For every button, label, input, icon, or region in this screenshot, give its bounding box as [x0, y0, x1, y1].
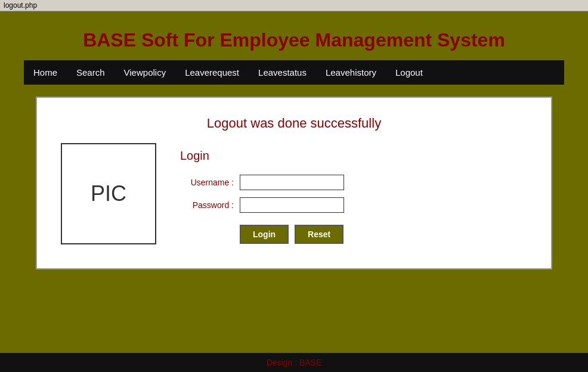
login-form-area: Login Username : Password : Login Reset [180, 143, 527, 244]
nav-item-leavestatus[interactable]: Leavestatus [249, 60, 316, 85]
nav-item-logout[interactable]: Logout [386, 60, 432, 85]
password-row: Password : [180, 197, 527, 213]
username-label: Username : [180, 178, 234, 187]
login-heading: Login [180, 149, 527, 163]
buttons-row: Login Reset [180, 225, 527, 244]
nav-item-home[interactable]: Home [24, 60, 67, 85]
password-label: Password : [180, 200, 234, 210]
nav-bar: HomeSearchViewpolicyLeaverequestLeavesta… [24, 60, 564, 85]
nav-item-search[interactable]: Search [67, 60, 114, 85]
username-input[interactable] [240, 175, 344, 190]
password-input[interactable] [240, 197, 344, 213]
app-wrapper: BASE Soft For Employee Management System… [0, 11, 588, 372]
footer: Design : BASE [0, 353, 588, 372]
login-button[interactable]: Login [240, 225, 289, 244]
nav-item-viewpolicy[interactable]: Viewpolicy [114, 60, 176, 85]
main-card: Logout was done successfully PIC Login U… [36, 97, 552, 269]
page-title: BASE Soft For Employee Management System [24, 17, 564, 60]
pic-box: PIC [61, 143, 156, 244]
browser-tab: logout.php [0, 0, 588, 11]
nav-item-leaverequest[interactable]: Leaverequest [175, 60, 249, 85]
content-area: PIC Login Username : Password : Login Re… [61, 143, 527, 244]
logout-message: Logout was done successfully [61, 116, 527, 131]
username-row: Username : [180, 175, 527, 190]
pic-label: PIC [91, 181, 126, 206]
reset-button[interactable]: Reset [295, 225, 343, 244]
footer-text: Design : BASE [267, 358, 322, 367]
nav-item-leavehistory[interactable]: Leavehistory [316, 60, 386, 85]
